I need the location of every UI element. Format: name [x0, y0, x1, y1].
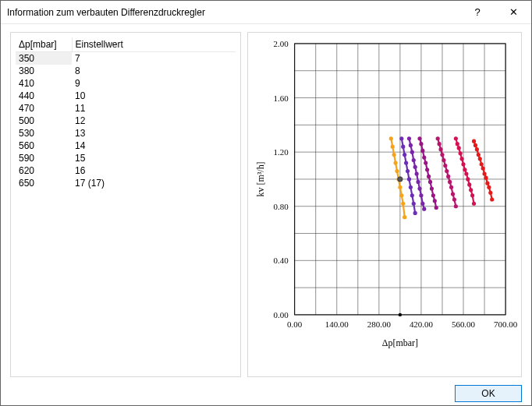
svg-point-37 [389, 136, 393, 140]
titlebar: Information zum verbauten Differenzdruck… [1, 1, 531, 24]
close-button[interactable]: ✕ [495, 1, 531, 24]
svg-point-53 [409, 185, 413, 189]
svg-point-85 [443, 164, 447, 168]
cell-dp: 350 [16, 52, 72, 65]
svg-point-46 [403, 215, 406, 219]
svg-point-77 [431, 193, 435, 197]
cell-dp: 500 [16, 115, 72, 127]
cell-dp: 440 [16, 90, 72, 102]
cell-einstellwert: 14 [72, 139, 236, 152]
cell-einstellwert: 16 [72, 164, 236, 177]
svg-point-80 [436, 136, 440, 140]
svg-point-41 [395, 169, 399, 173]
svg-point-66 [420, 202, 424, 206]
svg-text:140.00: 140.00 [325, 320, 349, 329]
svg-point-40 [394, 161, 398, 164]
svg-point-109 [477, 153, 481, 157]
table-row[interactable]: 3507 [16, 52, 236, 65]
table-row[interactable]: 59015 [16, 152, 236, 164]
table-row[interactable]: 56014 [16, 139, 236, 152]
svg-point-67 [422, 207, 426, 211]
svg-text:1.60: 1.60 [274, 94, 289, 103]
svg-point-89 [449, 185, 453, 189]
table-row[interactable]: 44010 [16, 90, 236, 102]
svg-point-93 [454, 136, 458, 140]
svg-point-100 [464, 171, 468, 175]
svg-point-118 [490, 197, 494, 201]
table-row[interactable]: 53013 [16, 127, 236, 139]
svg-text:kv [m³/h]: kv [m³/h] [255, 161, 266, 196]
cell-einstellwert: 11 [72, 102, 236, 115]
svg-point-120 [398, 177, 403, 182]
svg-point-90 [451, 192, 455, 196]
svg-point-48 [401, 145, 405, 149]
svg-point-54 [410, 193, 414, 197]
svg-point-105 [472, 202, 476, 206]
window-title: Information zum verbauten Differenzdruck… [7, 7, 459, 18]
svg-point-73 [425, 168, 429, 171]
svg-point-39 [392, 153, 396, 157]
svg-point-64 [417, 187, 421, 191]
cell-einstellwert: 12 [72, 115, 236, 127]
content-area: Δp[mbar] Einstellwert 350738084109440104… [1, 24, 531, 406]
cell-einstellwert: 8 [72, 65, 236, 77]
settings-table[interactable]: Δp[mbar] Einstellwert 350738084109440104… [16, 37, 236, 189]
table-row[interactable]: 4109 [16, 77, 236, 90]
svg-point-103 [469, 188, 473, 192]
svg-point-96 [459, 151, 463, 155]
svg-point-55 [412, 202, 416, 206]
cell-dp: 650 [16, 177, 72, 189]
svg-point-65 [419, 193, 423, 197]
table-row[interactable]: 47011 [16, 102, 236, 115]
svg-point-94 [456, 142, 459, 146]
svg-point-75 [428, 180, 432, 184]
svg-point-111 [480, 162, 484, 166]
cell-dp: 410 [16, 77, 72, 90]
svg-point-116 [487, 185, 491, 189]
svg-point-78 [433, 199, 437, 203]
cell-einstellwert: 17 (17) [72, 177, 236, 189]
table-row[interactable]: 65017 (17) [16, 177, 236, 189]
svg-point-92 [454, 204, 458, 208]
table-row[interactable]: 3808 [16, 65, 236, 77]
cell-einstellwert: 13 [72, 127, 236, 139]
cell-dp: 470 [16, 102, 72, 115]
svg-point-74 [427, 175, 431, 178]
svg-point-58 [409, 143, 413, 147]
svg-point-43 [398, 185, 402, 189]
svg-text:0.00: 0.00 [287, 320, 303, 329]
table-row[interactable]: 62016 [16, 164, 236, 177]
kv-chart: 0.00140.00280.00420.00560.00700.000.000.… [250, 34, 520, 375]
svg-point-115 [485, 182, 489, 185]
svg-point-91 [452, 197, 456, 201]
cell-dp: 560 [16, 139, 72, 152]
col-header-dp[interactable]: Δp[mbar] [16, 37, 72, 52]
svg-point-98 [461, 162, 465, 166]
cell-dp: 620 [16, 164, 72, 177]
svg-point-47 [399, 136, 403, 140]
col-header-einstellwert[interactable]: Einstellwert [72, 37, 236, 52]
svg-point-99 [463, 168, 466, 171]
ok-button[interactable]: OK [455, 385, 522, 402]
svg-text:700.00: 700.00 [494, 320, 518, 329]
cell-dp: 530 [16, 127, 72, 139]
svg-point-69 [419, 142, 423, 146]
svg-point-49 [403, 153, 406, 157]
svg-point-81 [438, 142, 442, 146]
svg-point-110 [478, 157, 482, 161]
close-icon: ✕ [509, 6, 518, 18]
svg-text:420.00: 420.00 [410, 320, 434, 329]
svg-point-112 [481, 166, 485, 170]
table-panel: Δp[mbar] Einstellwert 350738084109440104… [10, 32, 241, 377]
svg-point-107 [473, 143, 477, 147]
cell-einstellwert: 10 [72, 90, 236, 102]
svg-point-59 [410, 150, 414, 154]
svg-point-119 [399, 313, 402, 316]
help-button[interactable]: ? [459, 1, 495, 24]
svg-point-62 [415, 171, 419, 175]
svg-point-106 [472, 139, 476, 143]
chart-panel: 0.00140.00280.00420.00560.00700.000.000.… [247, 32, 522, 377]
svg-point-84 [442, 158, 445, 162]
table-row[interactable]: 50012 [16, 115, 236, 127]
svg-point-51 [406, 169, 410, 173]
